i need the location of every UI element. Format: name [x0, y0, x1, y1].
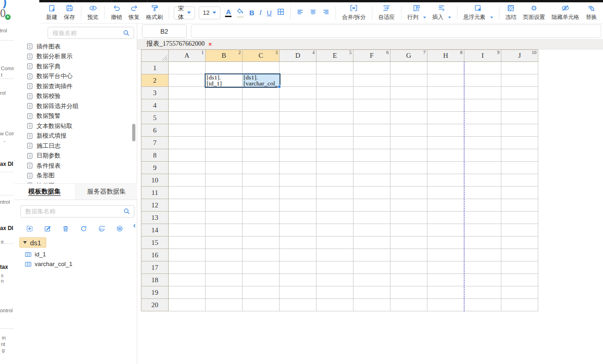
template-list-item[interactable]: 插件图表 [14, 42, 132, 52]
cell-A8[interactable] [169, 149, 206, 162]
cell-A19[interactable] [169, 286, 206, 299]
align-left-button[interactable] [296, 8, 304, 18]
cell-J9[interactable] [501, 162, 538, 174]
row-header-8[interactable]: 8 [141, 149, 169, 162]
cell-I8[interactable] [464, 149, 501, 162]
row-header-5[interactable]: 5 [141, 112, 169, 124]
font-size-select[interactable]: 12 [199, 6, 220, 19]
row-header-4[interactable]: 4 [141, 99, 169, 112]
cell-C17[interactable] [243, 261, 280, 274]
cell-I16[interactable] [464, 249, 501, 261]
cell-D2[interactable] [280, 74, 317, 87]
cell-A1[interactable] [169, 62, 206, 74]
column-header-H[interactable]: H8 [427, 49, 464, 62]
cell-E3[interactable] [317, 87, 353, 99]
cell-H20[interactable] [427, 299, 464, 311]
cell-H14[interactable] [427, 224, 464, 237]
borders-button[interactable] [277, 8, 285, 18]
italic-button[interactable]: I [259, 9, 262, 17]
cell-C13[interactable] [243, 212, 280, 224]
cell-H18[interactable] [427, 274, 464, 286]
template-list-item[interactable]: 新模式填报 [14, 131, 132, 141]
cell-C15[interactable] [243, 237, 280, 249]
template-search-input[interactable] [48, 30, 123, 36]
row-header-1[interactable]: 1 [141, 62, 169, 74]
underline-button[interactable]: U [267, 9, 272, 17]
grid-corner-cell[interactable] [141, 49, 169, 62]
template-list-item[interactable]: 日期参数 [14, 151, 132, 161]
template-list-item[interactable]: 数据分析展示 [14, 52, 132, 62]
cell-I12[interactable] [464, 199, 501, 212]
cell-J3[interactable] [501, 87, 538, 99]
cell-C16[interactable] [243, 249, 280, 261]
cell-D1[interactable] [280, 62, 317, 74]
cell-I19[interactable] [464, 286, 501, 299]
cell-A18[interactable] [169, 274, 206, 286]
column-header-G[interactable]: G7 [390, 49, 427, 62]
row-header-9[interactable]: 9 [141, 162, 169, 174]
save-button[interactable]: 保存 [61, 3, 78, 23]
format-painter-button[interactable]: 格式刷 [143, 3, 166, 23]
cell-I11[interactable] [464, 187, 501, 199]
cell-G20[interactable] [390, 299, 427, 311]
cell-J15[interactable] [501, 237, 538, 249]
cell-D9[interactable] [280, 162, 317, 174]
column-header-F[interactable]: F6 [353, 49, 390, 62]
cell-B6[interactable] [206, 124, 243, 137]
cell-D20[interactable] [280, 299, 317, 311]
cell-D13[interactable] [280, 212, 317, 224]
cell-B9[interactable] [206, 162, 243, 174]
cell-A16[interactable] [169, 249, 206, 261]
cell-G2[interactable] [390, 74, 427, 87]
fill-color-button[interactable] [237, 8, 244, 18]
cell-G10[interactable] [390, 174, 427, 187]
cell-E8[interactable] [317, 149, 353, 162]
cell-D12[interactable] [280, 199, 317, 212]
cell-J8[interactable] [501, 149, 538, 162]
cell-D11[interactable] [280, 187, 317, 199]
batch-settings-button[interactable] [116, 225, 123, 232]
replace-button[interactable]: 替换 [583, 3, 600, 23]
cell-H5[interactable] [427, 112, 464, 124]
collapse-panel-chevron-icon[interactable]: ‹ [133, 221, 136, 229]
cell-A11[interactable] [169, 187, 206, 199]
column-header-B[interactable]: B2 [206, 49, 243, 62]
cell-E9[interactable] [317, 162, 353, 174]
cell-A6[interactable] [169, 124, 206, 137]
cell-J18[interactable] [501, 274, 538, 286]
cell-G11[interactable] [390, 187, 427, 199]
cell-reference-box[interactable]: B2 [142, 24, 187, 38]
cell-F8[interactable] [353, 149, 390, 162]
row-header-20[interactable]: 20 [141, 299, 169, 311]
cell-E5[interactable] [317, 112, 353, 124]
bold-button[interactable]: B [249, 9, 254, 17]
edit-dataset-button[interactable] [44, 225, 51, 232]
cell-A10[interactable] [169, 174, 206, 187]
cell-B7[interactable] [206, 137, 243, 149]
cell-G18[interactable] [390, 274, 427, 286]
translate-cn-en-button[interactable]: En [98, 225, 105, 232]
cell-I7[interactable] [464, 137, 501, 149]
cell-E4[interactable] [317, 99, 353, 112]
template-list-item[interactable]: 数据筛选并分组 [14, 101, 132, 111]
search-icon[interactable] [123, 208, 130, 215]
cell-C12[interactable] [243, 199, 280, 212]
cell-C14[interactable] [243, 224, 280, 237]
cell-A14[interactable] [169, 224, 206, 237]
cell-A4[interactable] [169, 99, 206, 112]
row-header-15[interactable]: 15 [141, 237, 169, 249]
cell-D8[interactable] [280, 149, 317, 162]
cell-J2[interactable] [501, 74, 538, 87]
cell-H16[interactable] [427, 249, 464, 261]
cell-E14[interactable] [317, 224, 353, 237]
tree-field-varchar_col_1[interactable]: varchar_col_1 [25, 261, 73, 267]
cell-C6[interactable] [243, 124, 280, 137]
cell-G12[interactable] [390, 199, 427, 212]
font-family-select[interactable]: 宋体 [174, 6, 195, 19]
cell-B17[interactable] [206, 261, 243, 274]
cell-G13[interactable] [390, 212, 427, 224]
cell-E11[interactable] [317, 187, 353, 199]
cell-D4[interactable] [280, 99, 317, 112]
cell-I10[interactable] [464, 174, 501, 187]
cell-H2[interactable] [427, 74, 464, 87]
